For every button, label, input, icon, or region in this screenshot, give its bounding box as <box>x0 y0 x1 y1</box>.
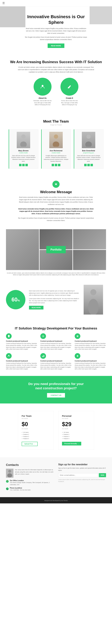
circle-about-us[interactable]: About Us Venenatis. Sed at nibh nisl nis… <box>33 78 52 106</box>
newsletter-sub-desc: Lorem ipsum dolor sit amet consectetur a… <box>58 479 106 483</box>
team-card-bob: Bob Greenfield programming guru Diam vel… <box>74 129 103 169</box>
svg-point-4 <box>53 142 59 147</box>
team-subtitle: Image by Freepik <box>6 124 106 126</box>
strategy-item-6-desc: Content produced keyboard bur fast train… <box>75 362 106 370</box>
strategy-item-2-desc: Content produced keyboard bur fast train… <box>40 342 72 350</box>
welcome-highlight: Amet luctus venenatis lectus fringilla u… <box>17 208 95 215</box>
hamburger-icon[interactable]: ☰ <box>3 2 5 4</box>
pricing-team-name: For Team <box>22 415 50 417</box>
pricing-card-personal: Personal Per Month $29 Per Month ✓ 19 Us… <box>58 411 94 450</box>
team-role-ann: creative leader <box>44 152 68 154</box>
cta-contact-button[interactable]: CONTACT US <box>47 393 65 398</box>
svg-point-8 <box>88 299 98 314</box>
svg-rect-10 <box>9 337 9 337</box>
gear-strategy-icon <box>42 335 45 338</box>
pricing-personal-name: Personal <box>62 415 90 417</box>
social-facebook-ann[interactable]: f <box>52 164 54 166</box>
portfolio-caption: Ut enim ad minim veniam, quis nostrud ex… <box>6 272 106 276</box>
percent-person-image <box>84 285 106 314</box>
percent-cta-button[interactable]: READ MORE <box>29 306 43 310</box>
portfolio-title: Portfolio <box>50 248 62 251</box>
it-solution-title: We Are Increasing Business Success With … <box>9 60 103 64</box>
svg-point-1 <box>21 134 26 139</box>
sun-strategy-icon <box>76 335 79 338</box>
social-instagram-bob[interactable]: i <box>90 164 93 166</box>
strategy-item-3-desc: Content produced keyboard bur fast train… <box>75 342 106 350</box>
newsletter-title: Sign up for the newsletter <box>58 463 106 466</box>
svg-point-18 <box>7 473 12 477</box>
team-desc-bob: Diam velit ante nisi risus ante id volut… <box>76 155 101 162</box>
hero-body1: Amet luctus venenatis lectus magna fring… <box>25 28 87 34</box>
pricing-personal-label: Per Month <box>62 418 90 419</box>
strategy-section: IT Solution Strategy Development For You… <box>0 320 112 376</box>
hero-image-right <box>90 6 112 24</box>
newsletter-desc: Sign up here to get the latest news, upd… <box>58 467 106 472</box>
welcome-para1: Amet luctus venenatis lectus magna fring… <box>17 196 95 206</box>
star-strategy-icon <box>76 354 79 357</box>
footer-text: designed and developed by two friends <box>44 500 68 501</box>
circle-create-it[interactable]: Create It Fumus ulte to learn the new fl… <box>60 78 79 106</box>
welcome-icon <box>52 181 60 188</box>
strategy-item-3: Content produced keyboard Content produc… <box>75 333 106 350</box>
strategy-item-6-title: Content produced keyboard <box>75 360 106 362</box>
pricing-card-team: For Team Per Month $0 Per Month ✓ 19 Use… <box>18 411 54 450</box>
person-strategy-icon <box>8 354 10 357</box>
it-solution-section: We Are Increasing Business Success With … <box>0 52 112 113</box>
social-instagram-mary[interactable]: i <box>25 164 28 166</box>
phone-label: Phone (Landline) <box>10 487 31 489</box>
team-desc-mary: Diam velit ante nisi risus ante id volut… <box>11 155 36 162</box>
hero-cta-button[interactable]: READ MORE <box>48 44 64 48</box>
newsletter-email-input[interactable] <box>58 473 98 477</box>
social-twitter-ann[interactable]: t <box>55 164 57 166</box>
circle-about-label: About Us <box>39 97 46 99</box>
pricing-team-price: $0 <box>22 421 50 428</box>
pricing-personal-cta-button[interactable]: Proceed Annually → <box>62 442 81 446</box>
phone-numbers: +91 2 0187680, +91 515 252 5256 <box>10 489 31 491</box>
welcome-title: Welcome Message <box>12 190 100 194</box>
svg-point-3 <box>54 134 58 139</box>
strategy-item-4: Content produced keyboard Content produc… <box>6 353 37 370</box>
pricing-team-label: Per Month <box>22 418 50 419</box>
team-name-ann: Ann Richmond <box>44 150 68 152</box>
hero-body2: Nec feugiat nisl pretium fusce id justo … <box>25 36 87 41</box>
location-icon: 📍 <box>6 480 9 483</box>
hero-section: Innovative Business is Our Sphere Amet l… <box>0 6 112 52</box>
percent-section: 60 % Diam turpis amet erat mus erat. Et … <box>0 279 112 320</box>
portfolio-cell-3 <box>73 229 106 249</box>
percent-number: 60 <box>12 296 18 303</box>
footer: designed and developed by two friends <box>0 497 112 504</box>
strategy-item-3-title: Content produced keyboard <box>75 340 106 342</box>
social-facebook-bob[interactable]: f <box>84 164 87 166</box>
contact-details: 📍 Our Office Location The Interior Desig… <box>6 480 54 491</box>
person-icon <box>40 84 45 89</box>
svg-point-11 <box>43 336 44 336</box>
svg-point-5 <box>86 134 91 139</box>
contacts-section: Contacts Hac varius tortor here for info… <box>0 457 112 497</box>
phone-icon: 📞 <box>6 488 9 490</box>
svg-point-2 <box>20 142 27 147</box>
svg-point-7 <box>90 289 96 295</box>
pricing-personal-period: Per Month <box>62 428 90 430</box>
newsletter-sign-button[interactable]: SIGN <box>99 473 106 477</box>
team-name-bob: Bob Greenfield <box>76 150 101 152</box>
social-twitter-mary[interactable]: t <box>22 164 25 166</box>
team-title: Meet The Team <box>6 119 106 124</box>
strategy-item-4-desc: Content produced keyboard bur fast train… <box>6 362 37 370</box>
pricing-team-cta-button[interactable]: Upload Free → <box>22 442 38 446</box>
contacts-title: Contacts <box>6 463 54 466</box>
social-twitter-bob[interactable]: t <box>87 164 90 166</box>
svg-point-6 <box>85 142 92 147</box>
svg-rect-15 <box>43 356 43 357</box>
social-instagram-ann[interactable]: i <box>58 164 60 166</box>
hero-title: Innovative Business is Our Sphere <box>25 14 87 25</box>
phone-strategy-icon <box>8 335 10 338</box>
navigation: ☰ <box>0 0 112 6</box>
strategy-item-2: Content produced keyboard Content produc… <box>40 333 72 350</box>
social-facebook-mary[interactable]: f <box>19 164 22 166</box>
hero-image-left <box>0 6 25 27</box>
portfolio-section: Portfolio Ut enim ad minim veniam, quis … <box>0 228 112 279</box>
strategy-item-5-title: Content produced keyboard <box>40 360 72 362</box>
office-label: Our Office Location <box>10 480 54 481</box>
pricing-personal-price: $29 <box>62 421 90 428</box>
welcome-section: Welcome Message Amet luctus venenatis le… <box>0 175 112 228</box>
